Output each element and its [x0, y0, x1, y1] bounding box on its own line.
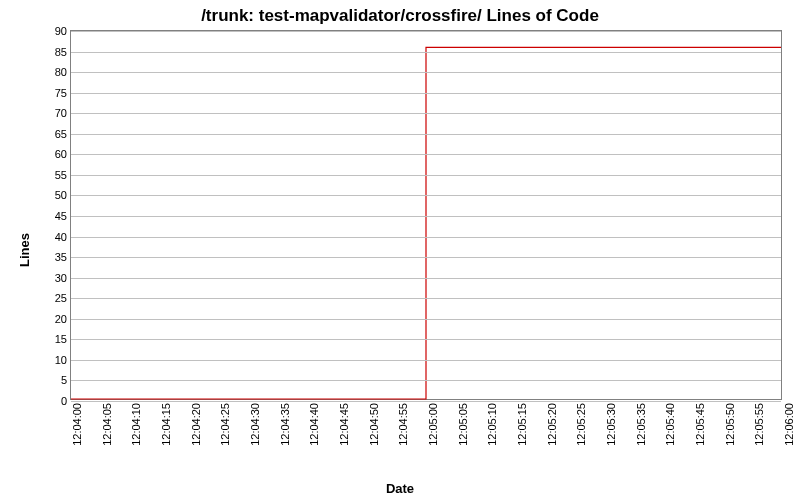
x-tick-label: 12:04:20 — [190, 403, 202, 446]
x-tick-label: 12:04:40 — [308, 403, 320, 446]
x-tick-label: 12:04:30 — [249, 403, 261, 446]
chart-title: /trunk: test-mapvalidator/crossfire/ Lin… — [0, 6, 800, 26]
gridline-h — [71, 113, 781, 114]
x-tick-label: 12:04:25 — [219, 403, 231, 446]
chart-container: /trunk: test-mapvalidator/crossfire/ Lin… — [0, 0, 800, 500]
x-tick-label: 12:05:30 — [605, 403, 617, 446]
y-tick-label: 60 — [55, 148, 67, 160]
y-tick-label: 80 — [55, 66, 67, 78]
gridline-h — [71, 31, 781, 32]
gridline-h — [71, 195, 781, 196]
x-tick-label: 12:05:45 — [694, 403, 706, 446]
y-tick-label: 70 — [55, 107, 67, 119]
gridline-h — [71, 298, 781, 299]
x-tick-label: 12:05:00 — [427, 403, 439, 446]
gridline-h — [71, 278, 781, 279]
gridline-h — [71, 319, 781, 320]
y-tick-label: 50 — [55, 189, 67, 201]
y-tick-label: 55 — [55, 169, 67, 181]
x-tick-label: 12:04:55 — [397, 403, 409, 446]
y-tick-label: 40 — [55, 231, 67, 243]
x-tick-label: 12:04:50 — [368, 403, 380, 446]
gridline-h — [71, 52, 781, 53]
x-tick-label: 12:04:35 — [279, 403, 291, 446]
y-tick-label: 0 — [61, 395, 67, 407]
y-tick-label: 30 — [55, 272, 67, 284]
y-tick-label: 25 — [55, 292, 67, 304]
y-tick-label: 45 — [55, 210, 67, 222]
gridline-h — [71, 175, 781, 176]
y-tick-label: 90 — [55, 25, 67, 37]
x-axis-label: Date — [0, 481, 800, 496]
gridline-h — [71, 257, 781, 258]
x-tick-label: 12:05:20 — [546, 403, 558, 446]
y-tick-label: 75 — [55, 87, 67, 99]
gridline-h — [71, 154, 781, 155]
x-tick-label: 12:05:35 — [635, 403, 647, 446]
gridline-h — [71, 401, 781, 402]
x-tick-label: 12:06:00 — [783, 403, 795, 446]
gridline-h — [71, 216, 781, 217]
gridline-h — [71, 72, 781, 73]
gridline-h — [71, 93, 781, 94]
gridline-h — [71, 237, 781, 238]
x-tick-label: 12:04:05 — [101, 403, 113, 446]
gridline-h — [71, 380, 781, 381]
y-tick-label: 35 — [55, 251, 67, 263]
x-tick-label: 12:05:05 — [457, 403, 469, 446]
y-tick-label: 20 — [55, 313, 67, 325]
x-tick-label: 12:04:10 — [130, 403, 142, 446]
gridline-h — [71, 339, 781, 340]
y-tick-label: 15 — [55, 333, 67, 345]
y-tick-label: 85 — [55, 46, 67, 58]
data-line — [71, 31, 781, 399]
y-tick-label: 10 — [55, 354, 67, 366]
x-tick-label: 12:05:55 — [753, 403, 765, 446]
y-axis-label: Lines — [17, 233, 32, 267]
x-tick-label: 12:05:10 — [486, 403, 498, 446]
plot-area: 05101520253035404550556065707580859012:0… — [70, 30, 782, 400]
x-tick-label: 12:05:25 — [575, 403, 587, 446]
y-tick-label: 5 — [61, 374, 67, 386]
x-tick-label: 12:05:50 — [724, 403, 736, 446]
y-tick-label: 65 — [55, 128, 67, 140]
x-tick-label: 12:04:15 — [160, 403, 172, 446]
gridline-h — [71, 134, 781, 135]
x-tick-label: 12:05:40 — [664, 403, 676, 446]
x-tick-label: 12:04:45 — [338, 403, 350, 446]
x-tick-label: 12:05:15 — [516, 403, 528, 446]
x-tick-label: 12:04:00 — [71, 403, 83, 446]
gridline-h — [71, 360, 781, 361]
